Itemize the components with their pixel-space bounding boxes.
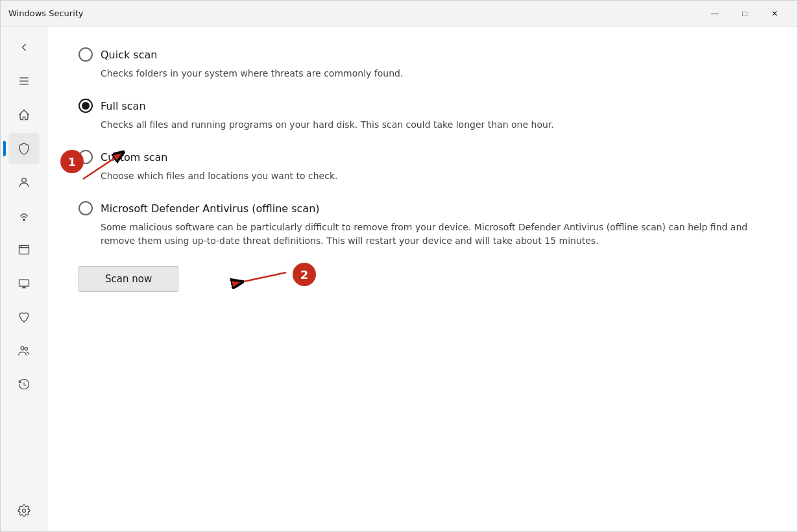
windows-security-window: Windows Security — □ ✕: [0, 0, 798, 532]
scan-now-button[interactable]: Scan now: [79, 266, 178, 292]
svg-rect-8: [19, 280, 29, 286]
back-icon: [18, 41, 30, 54]
sidebar-item-network[interactable]: [8, 200, 40, 232]
svg-point-12: [25, 348, 27, 350]
svg-rect-5: [19, 245, 29, 254]
scan-btn-wrapper: Scan now 2: [79, 266, 766, 292]
svg-point-3: [21, 178, 26, 182]
annotation-2: 2: [293, 263, 316, 286]
svg-point-11: [21, 346, 24, 350]
sidebar-item-app-browser[interactable]: [8, 234, 40, 265]
account-icon: [18, 176, 30, 189]
custom-scan-option: Custom scan Choose which files and locat…: [79, 150, 766, 183]
history-icon: [18, 378, 30, 391]
maximize-button[interactable]: □: [730, 3, 760, 24]
quick-scan-label: Quick scan: [101, 49, 157, 61]
content-area: 1 Quick scan Checks folders in your syst…: [47, 27, 797, 531]
sidebar-item-history[interactable]: [8, 369, 40, 400]
sidebar-item-family[interactable]: [8, 335, 40, 367]
full-scan-radio-inner: [82, 102, 90, 110]
sidebar-item-shield[interactable]: [8, 133, 40, 164]
offline-scan-header: Microsoft Defender Antivirus (offline sc…: [79, 201, 766, 215]
settings-icon: [18, 504, 30, 517]
home-icon: [18, 108, 30, 121]
family-icon: [18, 345, 30, 357]
network-icon: [18, 210, 30, 223]
arrow-2: [221, 260, 299, 298]
annotation-1: 1: [60, 150, 84, 173]
svg-point-4: [23, 219, 25, 221]
custom-scan-label: Custom scan: [101, 151, 167, 163]
sidebar-item-home[interactable]: [8, 99, 40, 130]
device-icon: [18, 277, 30, 290]
full-scan-header: Full scan: [79, 99, 766, 113]
quick-scan-option: Quick scan Checks folders in your system…: [79, 47, 766, 80]
custom-scan-header: Custom scan: [79, 150, 766, 164]
sidebar-item-device[interactable]: [8, 268, 40, 299]
sidebar: [1, 27, 47, 531]
full-scan-label: Full scan: [101, 100, 146, 112]
full-scan-radio[interactable]: [79, 99, 93, 113]
close-button[interactable]: ✕: [760, 3, 790, 24]
menu-icon: [18, 75, 30, 88]
window-title: Windows Security: [8, 8, 700, 18]
app-browser-icon: [18, 243, 30, 256]
offline-scan-desc: Some malicious software can be particula…: [101, 221, 766, 248]
offline-scan-label: Microsoft Defender Antivirus (offline sc…: [101, 202, 320, 215]
quick-scan-header: Quick scan: [79, 47, 766, 62]
full-scan-option: Full scan Checks all files and running p…: [79, 99, 766, 132]
offline-scan-radio[interactable]: [79, 201, 93, 215]
main-area: 1 Quick scan Checks folders in your syst…: [1, 27, 797, 531]
minimize-button[interactable]: —: [700, 3, 730, 24]
quick-scan-desc: Checks folders in your system where thre…: [101, 67, 766, 80]
svg-point-13: [22, 509, 25, 513]
sidebar-item-account[interactable]: [8, 167, 40, 198]
title-bar: Windows Security — □ ✕: [1, 1, 797, 27]
sidebar-item-menu[interactable]: [8, 66, 40, 97]
sidebar-item-settings[interactable]: [8, 495, 40, 526]
health-icon: [18, 311, 30, 324]
full-scan-desc: Checks all files and running programs on…: [101, 118, 766, 132]
window-controls: — □ ✕: [700, 3, 790, 24]
svg-line-15: [241, 272, 286, 282]
custom-scan-desc: Choose which files and locations you wan…: [101, 169, 766, 183]
sidebar-item-back[interactable]: [8, 32, 40, 63]
sidebar-item-health[interactable]: [8, 302, 40, 333]
quick-scan-radio[interactable]: [79, 47, 93, 62]
shield-icon: [18, 142, 30, 155]
offline-scan-option: Microsoft Defender Antivirus (offline sc…: [79, 201, 766, 248]
